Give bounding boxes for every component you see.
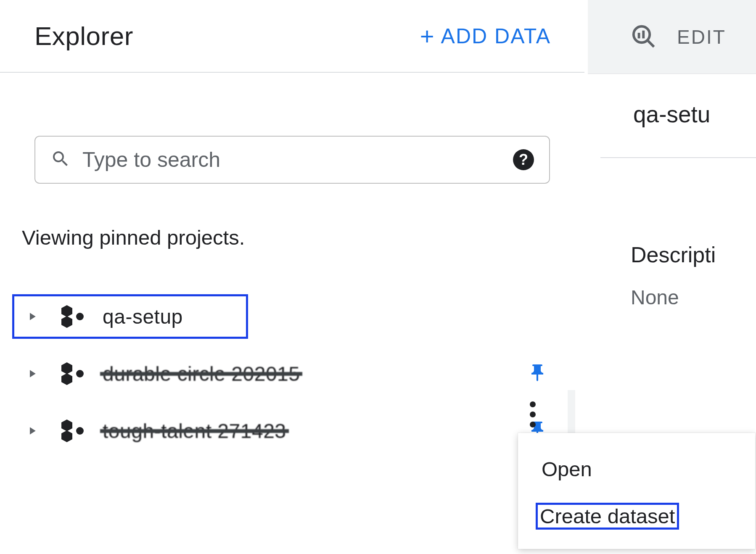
svg-line-10	[648, 40, 654, 47]
project-icon	[61, 305, 90, 328]
svg-point-8	[76, 427, 84, 435]
pin-icon[interactable]	[527, 361, 547, 386]
query-icon[interactable]	[630, 23, 657, 51]
svg-rect-11	[638, 33, 640, 38]
svg-marker-7	[61, 430, 72, 442]
search-input[interactable]	[82, 148, 501, 172]
project-tree: qa-setup durable circle 202015	[0, 249, 584, 452]
tree-label: qa-setup	[103, 305, 183, 328]
svg-marker-4	[61, 373, 72, 385]
tree-row[interactable]: tough-talent 271423	[13, 410, 573, 452]
row-actions	[527, 361, 547, 386]
description-label: Descripti	[588, 158, 756, 267]
svg-point-2	[76, 313, 84, 320]
detail-toolbar: EDIT	[588, 0, 756, 74]
explorer-panel: Explorer + ADD DATA ? Viewing pinned pro…	[0, 0, 584, 554]
project-icon	[61, 419, 90, 442]
menu-item-create-dataset[interactable]: Create dataset	[536, 503, 679, 530]
pinned-projects-text: Viewing pinned projects.	[0, 184, 584, 249]
tree-label-redacted: durable circle 202015	[103, 362, 300, 385]
tree-row[interactable]: durable circle 202015	[13, 353, 573, 395]
chevron-right-icon[interactable]	[24, 367, 40, 380]
svg-point-5	[76, 370, 84, 377]
menu-item-open[interactable]: Open	[518, 448, 755, 490]
context-menu: Open Create dataset	[518, 433, 755, 549]
add-data-label: ADD DATA	[441, 24, 551, 48]
svg-point-9	[634, 26, 650, 42]
explorer-header: Explorer + ADD DATA	[0, 0, 584, 73]
chevron-right-icon[interactable]	[24, 425, 40, 437]
tree-row-qa-setup[interactable]: qa-setup	[13, 295, 247, 338]
help-icon[interactable]: ?	[513, 149, 534, 170]
toolbar-edit-label[interactable]: EDIT	[677, 26, 726, 48]
svg-marker-3	[61, 362, 72, 374]
svg-marker-1	[61, 316, 72, 328]
search-icon	[50, 149, 71, 171]
search-container: ?	[0, 73, 584, 184]
plus-icon: +	[420, 24, 435, 48]
detail-title: qa-setu	[588, 74, 756, 128]
svg-rect-12	[642, 30, 645, 38]
project-icon	[61, 362, 90, 385]
tree-label-redacted: tough-talent 271423	[103, 419, 286, 443]
svg-marker-6	[61, 419, 72, 431]
description-value: None	[588, 267, 756, 309]
add-data-button[interactable]: + ADD DATA	[420, 24, 551, 48]
explorer-title: Explorer	[34, 21, 133, 51]
search-box[interactable]: ?	[34, 136, 550, 184]
chevron-right-icon[interactable]	[24, 310, 40, 323]
more-vert-icon[interactable]	[530, 401, 536, 427]
svg-marker-0	[61, 305, 72, 317]
